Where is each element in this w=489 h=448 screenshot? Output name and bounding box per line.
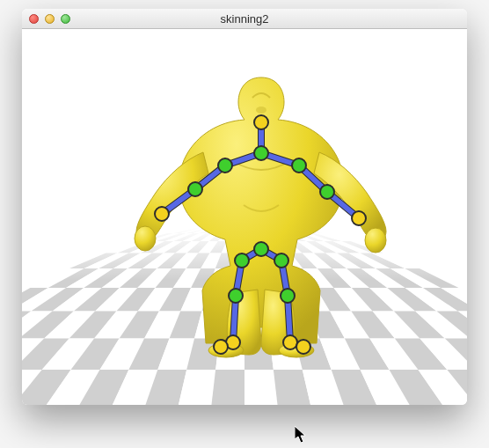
joint-wrist_l[interactable] — [155, 207, 169, 221]
joint-elbow_l[interactable] — [188, 182, 202, 196]
joint-shoulder_r[interactable] — [292, 158, 306, 173]
joint-knee_r[interactable] — [281, 289, 295, 303]
joint-knee_l[interactable] — [229, 289, 243, 303]
close-icon[interactable] — [29, 14, 39, 24]
joint-toe_r[interactable] — [296, 340, 310, 354]
joint-toe_l[interactable] — [214, 340, 228, 354]
titlebar[interactable]: skinning2 — [22, 9, 467, 29]
svg-marker-221 — [244, 370, 278, 405]
joint-hip_r[interactable] — [274, 253, 288, 268]
joint-elbow_r[interactable] — [320, 185, 334, 199]
svg-marker-220 — [211, 370, 244, 405]
joint-hip_l[interactable] — [235, 253, 249, 268]
scene-canvas[interactable] — [22, 29, 467, 405]
zoom-icon[interactable] — [61, 14, 70, 24]
hand-right — [365, 228, 386, 253]
svg-point-231 — [256, 106, 266, 114]
minimize-icon[interactable] — [45, 14, 55, 24]
mouse-cursor-icon — [295, 426, 309, 445]
gl-viewport[interactable] — [22, 29, 467, 405]
window-title: skinning2 — [22, 12, 467, 26]
hand-left — [135, 226, 156, 251]
joint-pelvis[interactable] — [254, 242, 268, 256]
joint-wrist_r[interactable] — [352, 211, 366, 225]
joint-neck[interactable] — [254, 146, 268, 160]
app-window: skinning2 — [22, 9, 467, 405]
traffic-lights — [22, 14, 70, 24]
joint-ankle_r[interactable] — [283, 335, 297, 349]
joint-head[interactable] — [254, 115, 268, 129]
joint-shoulder_l[interactable] — [218, 158, 232, 173]
